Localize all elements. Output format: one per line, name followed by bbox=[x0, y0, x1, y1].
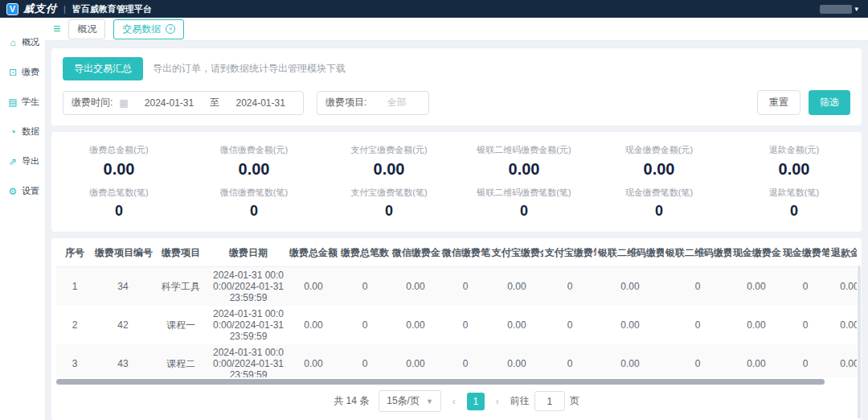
cell-unionpay-count: 0 bbox=[664, 267, 731, 306]
stat-value: 0.00 bbox=[727, 160, 862, 179]
stats-amounts-row: 缴费总金额(元) 0.00 微信缴费金额(元) 0.00 支付宝缴费金额(元) … bbox=[51, 138, 862, 181]
sidebar-item[interactable]: ◔ 数据 bbox=[0, 117, 45, 146]
cell-total-count: 0 bbox=[339, 344, 391, 378]
stat-value: 0 bbox=[51, 203, 186, 220]
page-size-select[interactable]: 15条/页 ▼ bbox=[379, 390, 441, 412]
column-header: 支付宝缴费金额 bbox=[490, 240, 543, 267]
horizontal-scrollbar[interactable] bbox=[56, 378, 857, 384]
transactions-table: 序号 缴费项目编号 缴费项目 缴费日期 缴费总金额 bbox=[56, 240, 857, 377]
hamburger-menu-icon[interactable]: ≡ bbox=[53, 23, 60, 35]
stat-count-cell: 现金缴费笔数(笔) 0 bbox=[592, 181, 727, 222]
column-header: 现金缴费笔数 bbox=[781, 240, 829, 267]
cell-alipay-amount: 0.00 bbox=[490, 306, 543, 344]
cell-unionpay-amount: 0.00 bbox=[596, 267, 664, 306]
cell-unionpay-amount: 0.00 bbox=[596, 344, 664, 378]
table-body: 1 34 科学工具 2024-01-31 00:00:00/2024-01-31… bbox=[56, 267, 857, 378]
column-header: 缴费项目编号 bbox=[93, 240, 153, 267]
stat-amount-cell: 退款金额(元) 0.00 bbox=[727, 138, 862, 181]
page-size-value: 15条/页 bbox=[387, 394, 420, 408]
column-header: 缴费总金额 bbox=[288, 240, 339, 267]
column-header: 缴费项目 bbox=[153, 240, 209, 267]
home-icon: ⌂ bbox=[7, 37, 18, 48]
user-menu[interactable]: ▾ bbox=[820, 5, 858, 14]
sidebar-item[interactable]: ⌂ 概况 bbox=[0, 27, 45, 57]
cell-date-range: 2024-01-31 00:00:00/2024-01-31 23:59:59 bbox=[209, 306, 288, 344]
stat-amount-cell: 缴费总金额(元) 0.00 bbox=[51, 138, 186, 181]
cell-date-range: 2024-01-31 00:00:00/2024-01-31 23:59:59 bbox=[209, 267, 288, 306]
tab-overview-label: 概况 bbox=[77, 23, 96, 36]
stat-label: 退款笔数(笔) bbox=[727, 187, 862, 199]
page-number-button[interactable]: 1 bbox=[467, 393, 485, 410]
topbar: V 威支付 | 皆百威教育管理平台 ▾ bbox=[0, 0, 868, 18]
stat-label: 现金缴费笔数(笔) bbox=[592, 187, 727, 199]
stat-count-cell: 银联二维码缴费笔数(笔) 0 bbox=[457, 181, 592, 222]
date-from-value: 2024-01-31 bbox=[135, 97, 204, 109]
reset-button[interactable]: 重置 bbox=[757, 90, 800, 115]
student-icon: ▤ bbox=[7, 97, 18, 108]
stat-value: 0.00 bbox=[592, 160, 727, 179]
logo-text: 威支付 bbox=[23, 2, 57, 16]
stat-amount-cell: 现金缴费金额(元) 0.00 bbox=[592, 138, 727, 181]
sidebar-item[interactable]: ▤ 学生 bbox=[0, 87, 45, 117]
export-summary-button[interactable]: 导出交易汇总 bbox=[63, 57, 143, 80]
stat-value: 0.00 bbox=[457, 160, 592, 179]
tab-transactions[interactable]: 交易数据 × bbox=[113, 19, 184, 39]
filter-actions: 重置 筛选 bbox=[757, 90, 850, 115]
content: 导出交易汇总 导出的订单，请到数据统计导出管理模块下载 缴费时间: ▦ 2024… bbox=[45, 41, 868, 420]
horizontal-scrollbar-thumb[interactable] bbox=[56, 379, 825, 385]
sidebar-item[interactable]: ⊡ 缴费 bbox=[0, 57, 45, 87]
stat-label: 微信缴费笔数(笔) bbox=[186, 187, 321, 199]
date-range-picker[interactable]: 缴费时间: ▦ 2024-01-31 至 2024-01-31 bbox=[63, 91, 304, 115]
stat-value: 0 bbox=[457, 203, 592, 220]
stat-value: 0 bbox=[592, 203, 727, 220]
table-row[interactable]: 2 42 课程一 2024-01-31 00:00:00/2024-01-31 … bbox=[56, 306, 857, 344]
column-header: 序号 bbox=[56, 240, 93, 267]
cell-refund-amount: 0.00 bbox=[829, 267, 857, 306]
stat-label: 缴费总笔数(笔) bbox=[51, 187, 186, 199]
cell-alipay-count: 0 bbox=[543, 306, 596, 344]
stat-value: 0.00 bbox=[321, 160, 457, 179]
tab-overview[interactable]: 概况 bbox=[68, 19, 105, 39]
cell-index: 2 bbox=[56, 306, 93, 344]
prev-page-icon[interactable]: ‹ bbox=[451, 396, 457, 407]
goto-page-input[interactable] bbox=[534, 391, 565, 411]
cell-cash-count: 0 bbox=[781, 344, 829, 378]
cell-total-amount: 0.00 bbox=[288, 267, 339, 306]
column-header: 退款金额 bbox=[829, 240, 857, 267]
next-page-icon[interactable]: › bbox=[494, 396, 501, 407]
cell-wechat-count: 0 bbox=[440, 267, 490, 306]
stat-value: 0 bbox=[727, 203, 862, 220]
stat-count-cell: 支付宝缴费笔数(笔) 0 bbox=[321, 181, 457, 222]
cell-alipay-amount: 0.00 bbox=[490, 267, 543, 306]
cell-wechat-amount: 0.00 bbox=[391, 344, 440, 378]
close-icon[interactable]: × bbox=[166, 24, 175, 34]
calendar-icon: ▦ bbox=[119, 97, 128, 109]
stat-amount-cell: 支付宝缴费金额(元) 0.00 bbox=[321, 138, 457, 181]
cell-cash-amount: 0.00 bbox=[731, 344, 781, 378]
stat-value: 0.00 bbox=[51, 160, 186, 179]
cell-project-name: 课程一 bbox=[153, 306, 209, 344]
body-row: ⌂ 概况 ⊡ 缴费 ▤ 学生 ◔ 数据 ⇗ 导出 bbox=[0, 18, 868, 420]
cell-total-amount: 0.00 bbox=[288, 306, 339, 344]
cell-unionpay-amount: 0.00 bbox=[596, 306, 664, 344]
cell-cash-count: 0 bbox=[781, 306, 829, 344]
sidebar-item[interactable]: ⇗ 导出 bbox=[0, 146, 45, 176]
cell-project-name: 课程二 bbox=[153, 344, 209, 378]
filter-button[interactable]: 筛选 bbox=[809, 90, 850, 115]
sidebar-item[interactable]: ⚙ 设置 bbox=[0, 176, 45, 206]
column-header: 微信缴费笔数 bbox=[440, 240, 490, 267]
cell-wechat-amount: 0.00 bbox=[391, 267, 440, 306]
project-select[interactable]: 缴费项目: 全部 bbox=[317, 91, 429, 115]
user-name-redacted bbox=[820, 5, 852, 14]
cell-total-count: 0 bbox=[339, 306, 391, 344]
stat-label: 退款金额(元) bbox=[727, 144, 862, 156]
brand: V 威支付 | 皆百威教育管理平台 bbox=[6, 2, 152, 16]
project-placeholder: 全部 bbox=[373, 96, 420, 109]
table-row[interactable]: 1 34 科学工具 2024-01-31 00:00:00/2024-01-31… bbox=[56, 267, 857, 306]
tab-bar: ≡ 概况 交易数据 × bbox=[45, 18, 868, 41]
export-filter-card: 导出交易汇总 导出的订单，请到数据统计导出管理模块下载 缴费时间: ▦ 2024… bbox=[51, 48, 862, 126]
table-row[interactable]: 3 43 课程二 2024-01-31 00:00:00/2024-01-31 … bbox=[56, 344, 857, 378]
column-header: 银联二维码缴费金额 bbox=[596, 240, 664, 267]
vertical-scrollbar-thumb[interactable] bbox=[858, 266, 861, 418]
stat-count-cell: 微信缴费笔数(笔) 0 bbox=[186, 181, 321, 222]
